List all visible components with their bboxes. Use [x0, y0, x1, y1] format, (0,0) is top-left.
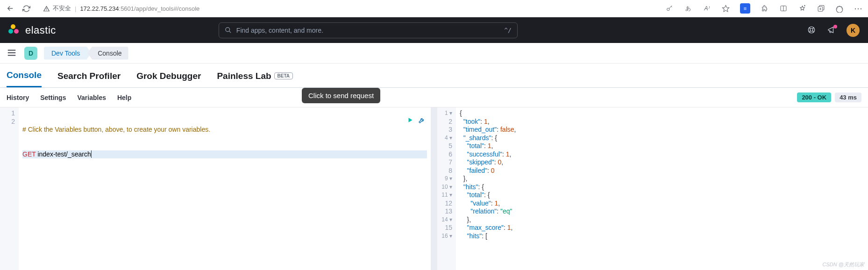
insecure-label: 不安全	[53, 4, 71, 13]
breadcrumb-bar: D Dev Tools Console	[0, 43, 868, 64]
nav-toggle-button[interactable]	[7, 48, 18, 59]
elastic-logo[interactable]: elastic	[8, 24, 56, 36]
svg-point-0	[667, 8, 669, 10]
tab-painless-lab[interactable]: Painless LabBETA	[217, 71, 293, 87]
svg-line-12	[809, 27, 811, 28]
url-path: :5601/app/dev_tools#/console	[119, 5, 200, 12]
breadcrumb-devtools[interactable]: Dev Tools	[44, 47, 91, 60]
more-icon[interactable]: ⋯	[854, 4, 862, 13]
sidebar-icon[interactable]	[779, 4, 788, 13]
request-gutter: 12	[0, 107, 19, 270]
breadcrumb: Dev Tools Console	[44, 47, 128, 60]
tab-console[interactable]: Console	[7, 70, 42, 87]
svg-line-9	[229, 31, 231, 33]
response-pane: 1 ▾234 ▾56789 ▾10 ▾11 ▾121314 ▾1516 ▾ { …	[437, 107, 868, 270]
response-gutter: 1 ▾234 ▾56789 ▾10 ▾11 ▾121314 ▾1516 ▾	[437, 107, 456, 270]
send-request-button[interactable]	[407, 117, 413, 126]
watermark: CSDN @天然玩家	[823, 261, 864, 268]
console-toolbar: History Settings Variables Help 200 - OK…	[0, 88, 868, 107]
key-icon[interactable]	[665, 4, 674, 13]
request-method: GET	[22, 150, 36, 158]
svg-point-8	[226, 28, 230, 32]
svg-line-14	[809, 31, 811, 32]
request-editor[interactable]: # Click the Variables button, above, to …	[19, 107, 431, 270]
kibana-header: elastic ^/ K	[0, 17, 868, 43]
devtools-tabs: Console Search Profiler Grok Debugger Pa…	[0, 64, 868, 88]
browser-toolbar: 不安全 | 172.22.75.234:5601/app/dev_tools#/…	[0, 0, 868, 17]
beta-badge: BETA	[274, 72, 293, 79]
svg-line-15	[812, 31, 814, 32]
elastic-glyph-icon	[8, 24, 21, 36]
request-pane: 12 # Click the Variables button, above, …	[0, 107, 437, 270]
address-bar[interactable]: 不安全 | 172.22.75.234:5601/app/dev_tools#/…	[37, 4, 659, 13]
send-request-tooltip: Click to send request	[302, 88, 380, 103]
favorites-bar-icon[interactable]	[798, 4, 806, 13]
newsfeed-icon[interactable]	[827, 26, 836, 35]
request-options-button[interactable]	[418, 117, 425, 126]
variables-link[interactable]: Variables	[77, 94, 106, 101]
search-shortcut: ^/	[504, 27, 512, 34]
response-viewer[interactable]: { "took": 1, "timed_out": false, "_shard…	[456, 107, 868, 270]
performance-icon[interactable]	[835, 4, 844, 13]
request-comment: # Click the Variables button, above, to …	[22, 126, 210, 133]
svg-point-11	[810, 28, 813, 31]
tab-grok-debugger[interactable]: Grok Debugger	[136, 71, 201, 87]
read-aloud-icon[interactable]: A⁾	[703, 4, 711, 13]
breadcrumb-console: Console	[87, 47, 128, 60]
help-link[interactable]: Help	[117, 94, 131, 101]
svg-line-13	[812, 27, 814, 28]
back-button[interactable]	[6, 4, 15, 13]
help-icon[interactable]	[807, 26, 817, 35]
extension-icon[interactable]: ≡	[740, 3, 750, 14]
refresh-button[interactable]	[21, 4, 31, 13]
user-avatar[interactable]: K	[847, 24, 860, 37]
brand-text: elastic	[25, 24, 56, 36]
puzzle-icon[interactable]	[761, 4, 769, 13]
request-path: index-test/_search	[37, 150, 91, 158]
space-selector[interactable]: D	[24, 47, 37, 60]
favorite-icon[interactable]	[721, 4, 730, 13]
tab-search-profiler[interactable]: Search Profiler	[57, 71, 121, 87]
history-link[interactable]: History	[7, 94, 29, 101]
translate-icon[interactable]: あ	[684, 4, 692, 13]
editor-split: 12 # Click the Variables button, above, …	[0, 107, 868, 270]
browser-actions: あ A⁾ ≡ ⋯	[665, 3, 862, 14]
settings-link[interactable]: Settings	[40, 94, 66, 101]
status-badge: 200 - OK	[797, 92, 831, 102]
search-icon	[225, 27, 232, 34]
search-input[interactable]	[236, 27, 499, 34]
url-host: 172.22.75.234	[80, 5, 119, 12]
collections-icon[interactable]	[817, 4, 825, 13]
global-search[interactable]: ^/	[219, 22, 518, 38]
timing-badge: 43 ms	[835, 92, 861, 102]
